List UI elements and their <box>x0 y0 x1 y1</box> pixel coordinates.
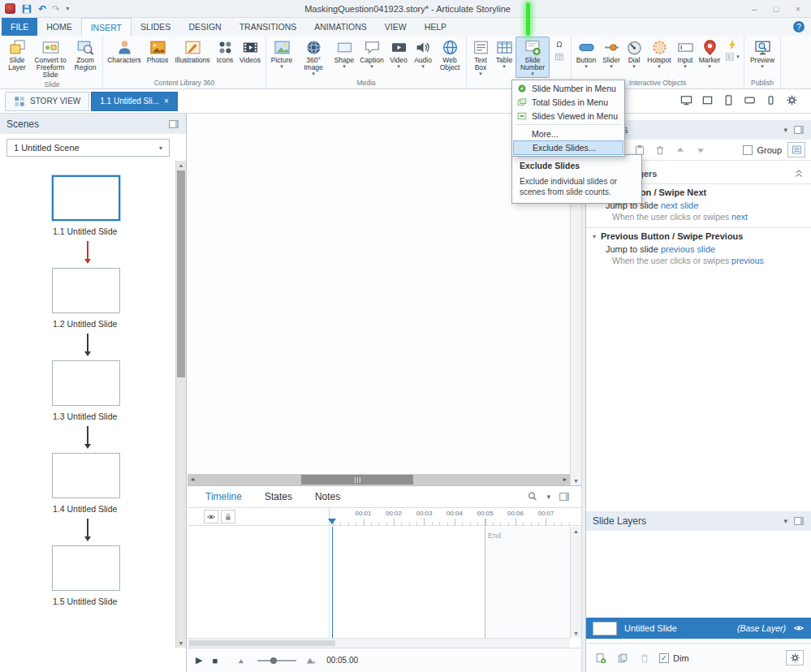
scroll-down-arrow[interactable]: ▼ <box>176 639 186 648</box>
table-button[interactable]: Table▾ <box>493 37 516 78</box>
ribbon-tab-help[interactable]: HELP <box>416 18 455 36</box>
chevron-down-icon[interactable]: ▾ <box>546 493 550 501</box>
ribbon-tab-slides[interactable]: SLIDES <box>132 18 179 36</box>
trigger-panel-list-button[interactable] <box>787 142 805 157</box>
menu-item-total-slides-in-menu[interactable]: Total Slides in Menu <box>513 95 623 109</box>
timeline-vertical-scrollbar[interactable]: ▲ ▼ <box>570 527 581 638</box>
zoom-icon[interactable] <box>527 491 538 502</box>
audio-button[interactable]: Audio▾ <box>411 37 435 78</box>
collapse-all-icon[interactable] <box>793 168 805 179</box>
undo-icon[interactable]: ↶ <box>38 4 46 14</box>
timeline-track-area[interactable]: End <box>188 527 570 638</box>
convert-to-freeform-slide-button[interactable]: Convert to Freeform Slide <box>31 37 70 80</box>
chevron-down-icon[interactable]: ▾ <box>783 517 787 525</box>
quick-access-caret-icon[interactable]: ▾ <box>66 4 69 14</box>
group-triggers-checkbox[interactable]: Group <box>743 145 782 155</box>
tab-1-1-untitled-sli[interactable]: 1.1 Untitled Sli...× <box>91 92 178 111</box>
trigger-action-link[interactable]: next slide <box>661 200 698 210</box>
lock-column-button[interactable] <box>221 510 235 523</box>
scroll-left-arrow[interactable]: ◄ <box>188 474 197 485</box>
trigger-condition[interactable]: When the user clicks or swipes next <box>586 211 811 227</box>
playhead[interactable] <box>328 519 336 524</box>
video-button[interactable]: Video▾ <box>386 37 411 78</box>
caption-button[interactable]: Caption▾ <box>357 37 386 78</box>
show-hide-column-button[interactable] <box>204 510 218 523</box>
timeline-tab-notes[interactable]: Notes <box>315 491 340 502</box>
preview-button[interactable]: Preview▾ <box>746 37 779 78</box>
zoom-region-button[interactable]: Zoom Region <box>70 37 101 80</box>
move-trigger-down-button[interactable] <box>693 143 708 157</box>
menu-item-slide-number-in-menu[interactable]: #Slide Number in Menu <box>513 81 623 95</box>
symbol-button[interactable]: Ω <box>551 40 567 50</box>
canvas-horizontal-scrollbar[interactable]: ◄ ► <box>188 474 570 485</box>
shape-button[interactable]: Shape▾ <box>331 37 357 78</box>
frame-icon[interactable] <box>701 94 714 108</box>
save-icon[interactable] <box>21 3 32 15</box>
360-image-button[interactable]: 360° Image▾ <box>295 37 331 78</box>
timeline-horizontal-scrollbar[interactable] <box>188 638 570 648</box>
text-box-button[interactable]: Text Box▾ <box>468 37 493 78</box>
help-icon[interactable]: ? <box>793 21 805 32</box>
menu-item-slides-viewed-in-menu[interactable]: Slides Viewed in Menu <box>513 109 623 123</box>
trigger-action-link[interactable]: previous slide <box>661 244 715 254</box>
stop-button[interactable]: ■ <box>212 656 218 666</box>
new-layer-button[interactable] <box>593 651 608 666</box>
play-button[interactable]: ▶ <box>196 655 202 666</box>
picture-button[interactable]: Picture▾ <box>268 37 295 78</box>
close-button[interactable]: × <box>790 4 806 14</box>
timeline-tab-timeline[interactable]: Timeline <box>205 491 242 502</box>
minimize-button[interactable]: – <box>746 4 762 14</box>
scenes-scrollbar[interactable]: ▲ ▼ <box>175 161 186 648</box>
illustrations-button[interactable]: Illustrations <box>171 37 214 78</box>
delete-trigger-button[interactable] <box>653 143 667 157</box>
scroll-down-arrow[interactable]: ▼ <box>571 629 581 638</box>
slide-thumbnail[interactable] <box>52 175 120 221</box>
videos-button[interactable]: Videos <box>236 37 264 78</box>
move-trigger-up-button[interactable] <box>673 143 688 157</box>
panel-dock-icon[interactable] <box>793 515 805 527</box>
ribbon-tab-home[interactable]: HOME <box>37 18 81 36</box>
scene-selector-dropdown[interactable]: 1 Untitled Scene ▾ <box>6 139 170 157</box>
scrollbar-thumb[interactable] <box>177 170 185 377</box>
slide-thumbnail[interactable] <box>52 268 120 313</box>
reference-button[interactable] <box>551 52 567 62</box>
checkbox-unchecked-icon[interactable] <box>743 145 753 155</box>
checkbox-checked-icon[interactable]: ✓ <box>659 653 669 663</box>
tab-story-view[interactable]: STORY VIEW <box>5 92 89 111</box>
phone-icon[interactable] <box>765 94 777 108</box>
ribbon-tab-insert[interactable]: INSERT <box>81 18 132 36</box>
web-object-button[interactable]: Web Object <box>435 37 464 78</box>
tablet-landscape-icon[interactable] <box>744 94 756 108</box>
close-tab-icon[interactable]: × <box>164 97 169 106</box>
tablet-portrait-icon[interactable] <box>723 94 735 108</box>
trigger-button[interactable] <box>724 40 740 50</box>
characters-button[interactable]: Characters <box>105 37 144 78</box>
trigger-condition-link[interactable]: previous <box>731 256 764 265</box>
input-button[interactable]: Input▾ <box>674 37 697 78</box>
ribbon-tab-view[interactable]: VIEW <box>376 18 416 36</box>
slide-thumbnail[interactable] <box>52 545 120 591</box>
hotspot-button[interactable]: Hotspot▾ <box>645 37 674 78</box>
scroll-up-arrow[interactable]: ▲ <box>176 161 186 170</box>
maximize-button[interactable]: □ <box>768 4 784 14</box>
icons-button[interactable]: Icons <box>214 37 236 78</box>
timeline-tab-states[interactable]: States <box>265 491 292 502</box>
panel-dock-icon[interactable] <box>793 124 805 136</box>
slide-thumbnail[interactable] <box>52 453 120 498</box>
slider-button[interactable]: Slider▾ <box>599 37 623 78</box>
trigger-condition-link[interactable]: next <box>731 212 748 222</box>
redo-icon[interactable]: ↷ <box>52 4 60 14</box>
dim-checkbox[interactable]: ✓Dim <box>659 653 689 663</box>
scrollbar-thumb[interactable] <box>301 475 413 485</box>
scroll-right-arrow[interactable]: ► <box>560 474 570 485</box>
scrollbar-thumb[interactable] <box>189 640 335 646</box>
trigger-condition[interactable]: When the user clicks or swipes previous <box>586 255 811 271</box>
gear-icon[interactable] <box>786 94 798 108</box>
duplicate-layer-button[interactable] <box>615 651 630 666</box>
photos-button[interactable]: Photos <box>144 37 171 78</box>
slide-layer-button[interactable]: Slide Layer <box>3 37 31 80</box>
scroll-down-arrow[interactable]: ▼ <box>571 476 581 485</box>
menu-item-more[interactable]: More... <box>513 127 623 140</box>
zoom-in-icon[interactable] <box>306 655 317 666</box>
scroll-up-arrow[interactable]: ▲ <box>571 527 581 536</box>
